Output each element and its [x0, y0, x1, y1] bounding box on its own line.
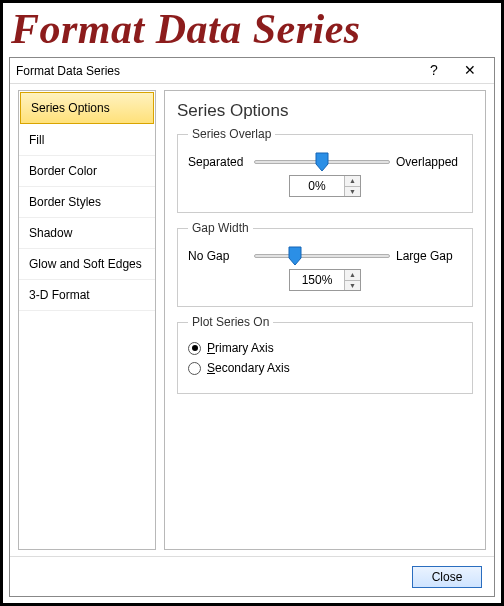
radio-primary-axis[interactable]: Primary Axis [188, 341, 462, 355]
gap-left-label: No Gap [188, 249, 248, 263]
gap-width-group: Gap Width No Gap Large Gap 1 [177, 221, 473, 307]
overlap-left-label: Separated [188, 155, 248, 169]
sidebar-item-shadow[interactable]: Shadow [19, 218, 155, 249]
sidebar-item-border-color[interactable]: Border Color [19, 156, 155, 187]
sidebar-item-3d-format[interactable]: 3-D Format [19, 280, 155, 311]
overlap-value-input[interactable]: 0% ▲▼ [289, 175, 361, 197]
radio-icon [188, 362, 201, 375]
gap-width-legend: Gap Width [188, 221, 253, 235]
content-pane: Series Options Series Overlap Separated … [164, 90, 486, 550]
format-series-dialog: Format Data Series ? ✕ Series Options Fi… [9, 57, 495, 597]
sidebar-item-series-options[interactable]: Series Options [20, 92, 154, 124]
category-sidebar: Series Options Fill Border Color Border … [18, 90, 156, 550]
dialog-title: Format Data Series [16, 64, 416, 78]
gap-right-label: Large Gap [396, 249, 462, 263]
radio-icon [188, 342, 201, 355]
dialog-footer: Close [10, 556, 494, 596]
spinner-up-icon[interactable]: ▲ [344, 176, 360, 187]
gap-slider[interactable] [254, 247, 390, 265]
overlap-value: 0% [290, 176, 344, 196]
spinner-up-icon[interactable]: ▲ [344, 270, 360, 281]
gap-spinner[interactable]: ▲▼ [344, 270, 360, 290]
spinner-down-icon[interactable]: ▼ [344, 187, 360, 197]
help-button[interactable]: ? [416, 60, 452, 82]
radio-secondary-axis[interactable]: Secondary Axis [188, 361, 462, 375]
overlap-spinner[interactable]: ▲▼ [344, 176, 360, 196]
radio-secondary-label: Secondary Axis [207, 361, 290, 375]
series-overlap-group: Series Overlap Separated Overlapped [177, 127, 473, 213]
slider-thumb-icon[interactable] [315, 152, 329, 172]
sidebar-item-border-styles[interactable]: Border Styles [19, 187, 155, 218]
spinner-down-icon[interactable]: ▼ [344, 281, 360, 291]
close-icon[interactable]: ✕ [452, 60, 488, 82]
slider-thumb-icon[interactable] [288, 246, 302, 266]
gap-value-input[interactable]: 150% ▲▼ [289, 269, 361, 291]
gap-value: 150% [290, 270, 344, 290]
plot-series-on-legend: Plot Series On [188, 315, 273, 329]
plot-series-on-group: Plot Series On Primary Axis Secondary Ax… [177, 315, 473, 394]
radio-primary-label: Primary Axis [207, 341, 274, 355]
close-button[interactable]: Close [412, 566, 482, 588]
content-heading: Series Options [177, 101, 473, 121]
overlap-slider[interactable] [254, 153, 390, 171]
sidebar-item-glow[interactable]: Glow and Soft Edges [19, 249, 155, 280]
page-banner: Format Data Series [3, 3, 501, 53]
overlap-right-label: Overlapped [396, 155, 462, 169]
titlebar: Format Data Series ? ✕ [10, 58, 494, 84]
series-overlap-legend: Series Overlap [188, 127, 275, 141]
sidebar-item-fill[interactable]: Fill [19, 125, 155, 156]
